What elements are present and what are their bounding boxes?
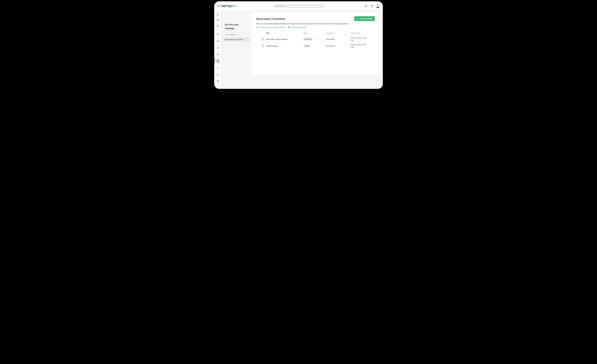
status-badge: Published bbox=[303, 38, 313, 41]
calendar-icon bbox=[216, 24, 219, 27]
header-actions bbox=[364, 1, 380, 10]
sidebar-item-settings[interactable] bbox=[215, 78, 220, 83]
sidebar-item-360-trainings[interactable] bbox=[215, 65, 220, 70]
status-badge: Hidden bbox=[303, 45, 311, 47]
brand-logo: ispringlms bbox=[217, 4, 236, 8]
top-header: ispringlms bbox=[214, 1, 383, 10]
book-icon bbox=[216, 19, 219, 21]
column-header-created-by[interactable]: Created by bbox=[326, 32, 351, 34]
checklist-icon bbox=[262, 38, 264, 40]
sidebar-item-home[interactable] bbox=[215, 12, 220, 17]
step-by-step-guide-link[interactable]: Step-by-step guide bbox=[288, 26, 306, 28]
global-search[interactable] bbox=[273, 4, 324, 8]
bar-chart-icon bbox=[216, 40, 219, 42]
page-description: Here you can create targeted checklists … bbox=[256, 23, 349, 25]
row-checkbox[interactable] bbox=[258, 45, 260, 47]
question-bubble-icon: ? bbox=[216, 53, 219, 56]
chat-button[interactable] bbox=[364, 4, 368, 8]
plus-icon bbox=[357, 18, 359, 20]
checklist-title[interactable]: Sales Manager bbox=[266, 45, 303, 47]
help-links: On-the-job training video tutorial Step-… bbox=[256, 26, 306, 28]
status-cell: Hidden bbox=[303, 45, 326, 47]
select-all-checkbox[interactable] bbox=[258, 32, 260, 34]
svg-text:?: ? bbox=[217, 53, 218, 55]
info-card-icon bbox=[216, 46, 219, 49]
created-by: Nick Moore bbox=[326, 38, 351, 40]
ispring-flower-icon bbox=[217, 4, 220, 8]
sort-ascending-icon: ↑ bbox=[270, 32, 271, 34]
sidebar-item-on-the-job-training[interactable] bbox=[215, 58, 220, 64]
status-cell: Published bbox=[303, 38, 326, 41]
sidebar-item-courses[interactable] bbox=[215, 17, 220, 23]
sidebar-item-info[interactable] bbox=[215, 45, 220, 50]
sidebar-item-announcements[interactable] bbox=[215, 72, 220, 77]
play-circle-icon bbox=[256, 26, 258, 28]
megaphone-icon bbox=[216, 73, 219, 76]
column-header-title[interactable]: Title ↑ bbox=[266, 32, 303, 34]
sidebar-item-ojt-sessions[interactable]: OJT Sessions bbox=[223, 32, 250, 37]
row-checkbox-cell bbox=[256, 36, 266, 42]
search-input[interactable] bbox=[278, 5, 323, 7]
book-open-icon bbox=[288, 26, 290, 28]
users-icon bbox=[216, 33, 219, 36]
sidebar-item-calendar[interactable] bbox=[215, 23, 220, 28]
page-title: Observation Checklists bbox=[256, 17, 285, 21]
section-title: On-The-Job Training bbox=[225, 23, 238, 30]
active-nav-indicator bbox=[214, 59, 215, 63]
row-checkbox-cell bbox=[256, 43, 266, 49]
observation-checklists-card: Observation Checklists New Checklist Her… bbox=[252, 12, 380, 75]
checklist-title[interactable]: Floor Sales Representative bbox=[266, 38, 303, 40]
sidebar-item-users[interactable] bbox=[215, 32, 220, 37]
notifications-button[interactable] bbox=[370, 4, 374, 8]
sidebar-item-reports[interactable] bbox=[215, 38, 220, 44]
person-360-icon bbox=[216, 66, 219, 69]
column-header-date-created[interactable]: Date created bbox=[351, 32, 375, 34]
brand-wordmark: ispringlms bbox=[221, 4, 236, 7]
date-created: Aug 18, 2023, 2:44 PM bbox=[351, 37, 367, 42]
app-window: ispringlms bbox=[214, 1, 383, 89]
checklists-table: Title ↑ Status Created by Date created F… bbox=[256, 30, 375, 49]
chat-icon bbox=[365, 5, 367, 7]
clipboard-check-icon bbox=[216, 60, 219, 62]
icon-rail: ? bbox=[214, 10, 221, 89]
bell-icon bbox=[371, 5, 373, 7]
checklist-icon bbox=[262, 45, 264, 47]
video-tutorial-link[interactable]: On-the-job training video tutorial bbox=[256, 26, 285, 28]
date-created: Aug 18, 2023, 2:40 PM bbox=[351, 43, 367, 48]
row-checkbox[interactable] bbox=[258, 38, 260, 40]
screenshot-frame: ispringlms bbox=[212, 0, 385, 91]
new-checklist-button[interactable]: New Checklist bbox=[354, 16, 375, 21]
sliders-icon bbox=[216, 80, 219, 82]
home-icon bbox=[216, 13, 219, 16]
table-row[interactable]: Sales Manager Hidden Nick Moore Aug 18, … bbox=[256, 43, 375, 49]
column-header-status[interactable]: Status bbox=[303, 32, 326, 34]
search-icon bbox=[275, 5, 277, 7]
user-avatar[interactable] bbox=[376, 4, 380, 8]
created-by: Nick Moore bbox=[326, 45, 351, 47]
sidebar-item-observation-checklists[interactable]: Observation Checklists bbox=[223, 37, 250, 42]
table-row[interactable]: Floor Sales Representative Published Nic… bbox=[256, 36, 375, 43]
sidebar-item-quizzes[interactable]: ? bbox=[215, 52, 220, 57]
header-checkbox-cell bbox=[256, 30, 266, 36]
table-header-row: Title ↑ Status Created by Date created bbox=[256, 30, 375, 36]
